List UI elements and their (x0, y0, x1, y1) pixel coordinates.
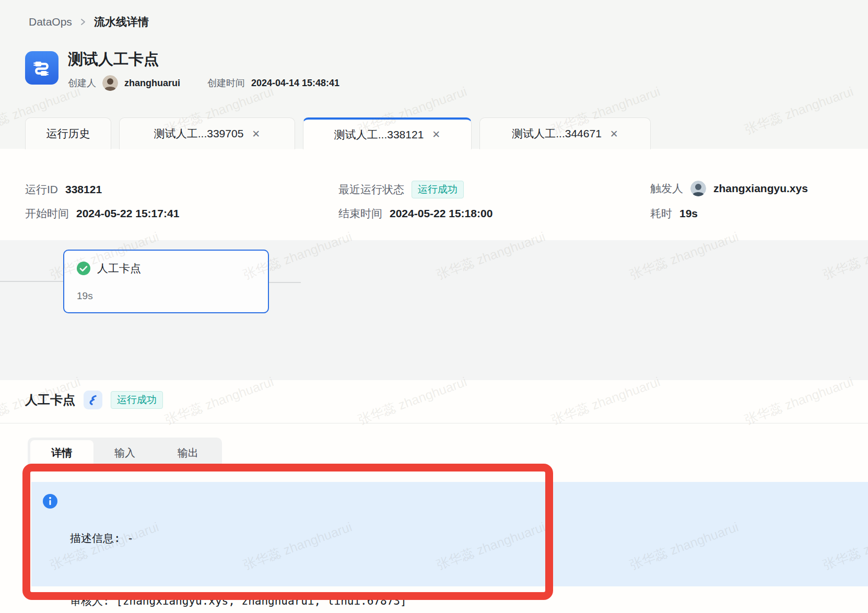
end-time-value: 2024-05-22 15:18:00 (390, 207, 492, 220)
end-time-field: 结束时间 2024-05-22 15:18:00 (338, 206, 492, 221)
created-time-value: 2024-04-14 15:48:41 (251, 78, 339, 89)
description-line: 描述信息: - (70, 528, 407, 549)
node-status-badge: 运行成功 (111, 391, 163, 409)
tab-output[interactable]: 输出 (156, 440, 219, 465)
tab-run-344671[interactable]: 测试人工...344671 ✕ (479, 117, 651, 149)
node-duration: 19s (77, 290, 255, 302)
tab-label: 测试人工...338121 (334, 127, 424, 142)
status-badge: 运行成功 (412, 181, 464, 198)
trigger-label: 触发人 (650, 181, 683, 196)
success-check-icon (77, 262, 90, 275)
status-label: 最近运行状态 (338, 182, 404, 197)
duration-value: 19s (679, 207, 698, 220)
trigger-avatar (690, 181, 706, 196)
node-detail-tab-bar: 详情 输入 输出 (28, 438, 222, 465)
pipeline-detail-page: DataOps 流水线详情 测试人工卡点 创建人 (0, 0, 868, 613)
flow-canvas[interactable]: 人工卡点 19s (0, 240, 868, 380)
tab-label: 运行历史 (46, 126, 90, 141)
trigger-field: 触发人 zhangxiangyu.xys (650, 181, 808, 196)
approval-info-panel: 描述信息: - 审核人: [zhangxiangyu.xys, zhanghua… (31, 482, 868, 586)
section-divider (0, 423, 868, 423)
tab-label: 测试人工...339705 (154, 126, 244, 141)
trigger-name: zhangxiangyu.xys (713, 182, 808, 195)
tab-input[interactable]: 输入 (93, 440, 157, 465)
tab-run-history[interactable]: 运行历史 (25, 117, 111, 149)
tab-label: 测试人工...344671 (512, 126, 602, 141)
duration-label: 耗时 (650, 206, 672, 221)
breadcrumb-current: 流水线详情 (94, 15, 149, 29)
approval-info-text: 描述信息: - 审核人: [zhangxiangyu.xys, zhanghua… (70, 486, 407, 613)
run-id-label: 运行ID (25, 182, 58, 197)
creator-label: 创建人 (68, 77, 96, 89)
start-time-value: 2024-05-22 15:17:41 (76, 207, 179, 220)
flow-node-manual-gate[interactable]: 人工卡点 19s (63, 250, 269, 313)
info-icon (43, 494, 57, 509)
close-icon[interactable]: ✕ (252, 129, 260, 139)
close-icon[interactable]: ✕ (610, 129, 618, 139)
chevron-right-icon (79, 18, 87, 26)
run-tab-bar: 运行历史 测试人工...339705 ✕ 测试人工...338121 ✕ 测试人… (25, 117, 868, 149)
breadcrumb-root-link[interactable]: DataOps (29, 16, 72, 28)
created-time-label: 创建时间 (207, 77, 245, 89)
run-detail-panel: 运行ID 338121 最近运行状态 运行成功 触发人 zhangxiangyu… (0, 149, 868, 613)
run-id-value: 338121 (65, 183, 102, 196)
flow-edge-right (269, 282, 301, 283)
creator-avatar (102, 75, 118, 91)
breadcrumb: DataOps 流水线详情 (29, 15, 149, 29)
flow-edge-left (0, 281, 63, 282)
end-time-label: 结束时间 (338, 206, 382, 221)
reviewers-line: 审核人: [zhangxiangyu.xys, zhanghuarui, lih… (70, 591, 407, 611)
run-id-field: 运行ID 338121 (25, 182, 102, 197)
pipeline-icon (25, 51, 58, 85)
creator-name: zhanghuarui (124, 78, 180, 89)
start-time-label: 开始时间 (25, 206, 69, 221)
close-icon[interactable]: ✕ (432, 129, 440, 139)
pipeline-header: 测试人工卡点 创建人 zhanghuarui 创建时间 2024-04-14 1… (25, 51, 339, 91)
manual-gate-node-icon (84, 391, 102, 409)
status-field: 最近运行状态 运行成功 (338, 181, 464, 198)
tab-run-339705[interactable]: 测试人工...339705 ✕ (119, 117, 295, 149)
node-title: 人工卡点 (97, 261, 141, 276)
node-section-header: 人工卡点 运行成功 (25, 391, 163, 409)
tab-run-338121[interactable]: 测试人工...338121 ✕ (303, 117, 472, 149)
tab-detail[interactable]: 详情 (30, 440, 93, 465)
node-section-title: 人工卡点 (25, 392, 75, 408)
duration-field: 耗时 19s (650, 206, 698, 221)
page-title: 测试人工卡点 (68, 50, 339, 68)
start-time-field: 开始时间 2024-05-22 15:17:41 (25, 206, 179, 221)
